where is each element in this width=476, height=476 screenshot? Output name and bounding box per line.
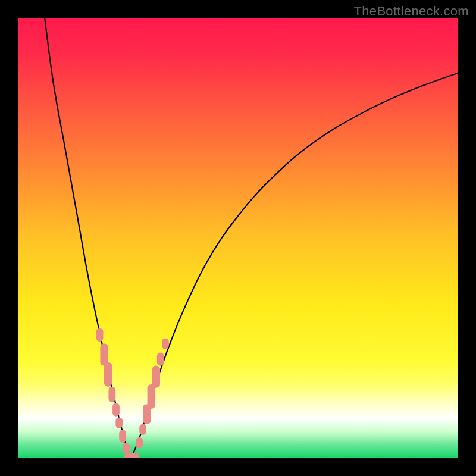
data-marker — [119, 430, 126, 443]
chart-frame: TheBottleneck.com — [0, 0, 476, 476]
data-marker — [123, 443, 130, 455]
curve-layer — [18, 18, 458, 458]
right-branch-curve — [131, 73, 458, 459]
data-marker — [157, 352, 164, 365]
watermark-text: TheBottleneck.com — [354, 4, 469, 19]
data-marker — [96, 328, 104, 342]
data-marker — [148, 384, 155, 409]
marker-group — [96, 328, 169, 458]
data-marker — [162, 338, 169, 349]
data-marker — [108, 387, 115, 402]
plot-area — [18, 18, 458, 458]
data-marker — [124, 453, 139, 458]
data-marker — [136, 437, 143, 449]
data-marker — [115, 418, 123, 429]
left-branch-curve — [45, 18, 131, 458]
data-marker — [104, 362, 112, 387]
data-marker — [152, 366, 160, 388]
data-marker — [100, 344, 108, 366]
data-marker — [112, 403, 120, 416]
data-marker — [139, 424, 146, 436]
